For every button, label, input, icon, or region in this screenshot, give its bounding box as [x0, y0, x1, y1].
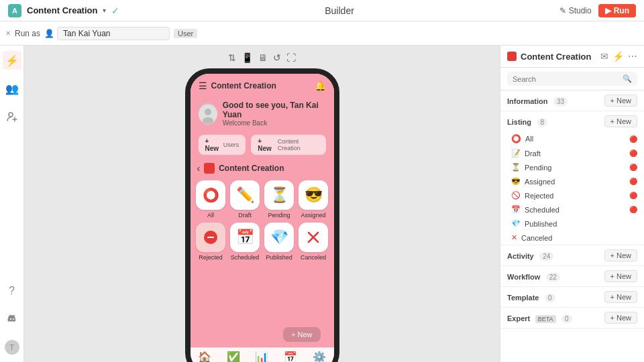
run-as-label: Run as — [15, 29, 40, 38]
hamburger-icon[interactable]: ☰ — [199, 80, 207, 91]
activity-count: 24 — [539, 252, 553, 261]
run-button[interactable]: ▶ Run — [598, 4, 636, 17]
nav-calendar[interactable]: 📅 Calendar — [276, 351, 305, 362]
listing-count: 8 — [537, 118, 548, 127]
workflow-new-button[interactable]: + New — [604, 270, 638, 282]
workflow-section: Workflow 22 + New — [500, 266, 644, 287]
information-title-group: Information 33 — [507, 95, 568, 107]
listing-item-rejected[interactable]: 🚫 Rejected 🔴 — [500, 188, 644, 202]
avatar — [199, 103, 217, 125]
second-bar: ✕ Run as 👤 User — [0, 21, 644, 46]
new-content-creation-button[interactable]: + New Content Creation — [251, 135, 325, 155]
main-area: ⚡ 👥 ? T ⇅ 📱 🖥 ↺ ⛶ — [0, 46, 644, 362]
sidebar-item-help[interactable]: ? — [3, 282, 21, 300]
listing-section: Listing 8 + New ⭕ All 🔴 📝 — [500, 111, 644, 245]
search-input[interactable] — [513, 75, 619, 83]
activity-new-button[interactable]: + New — [604, 249, 638, 261]
icon-canceled[interactable]: Canceled — [299, 223, 329, 261]
greeting-text: Good to see you, Tan Kai Yuan — [223, 101, 326, 119]
listing-item-pending[interactable]: ⏳ Pending 🔴 — [500, 160, 644, 174]
listing-new-button[interactable]: + New — [604, 115, 638, 127]
canceled-status-icon: ✕ — [511, 233, 517, 242]
phone-header: ☰ Content Creation 🔔 — [191, 74, 334, 97]
section-title: Content Creation — [219, 164, 284, 173]
icon-all[interactable]: ⭕ All — [196, 180, 226, 219]
expand-icon[interactable]: ⛶ — [286, 52, 296, 63]
right-panel-header: Content Creation ✉ ⚡ ⋯ — [500, 46, 644, 68]
scheduled-icon-box: 📅 — [230, 223, 260, 252]
bolt-icon[interactable]: ⚡ — [612, 51, 624, 62]
app-logo: A — [8, 4, 21, 17]
icon-pending[interactable]: ⏳ Pending — [264, 180, 294, 219]
studio-button[interactable]: ✎ Studio — [559, 6, 592, 15]
listing-item-draft[interactable]: 📝 Draft 🔴 — [500, 146, 644, 160]
icon-published[interactable]: 💎 Published — [264, 223, 294, 261]
listing-item-published[interactable]: 💎 Published — [500, 217, 644, 231]
icon-assigned[interactable]: 😎 Assigned — [299, 180, 329, 219]
workflow-header: Workflow 22 + New — [500, 266, 644, 286]
listing-item-assigned[interactable]: 😎 Assigned 🔴 — [500, 174, 644, 188]
listing-item-canceled-left: ✕ Canceled — [511, 233, 552, 242]
welcome-text: Welcome Back — [223, 119, 326, 127]
draft-icon-box: ✏️ — [230, 180, 260, 210]
expert-new-button[interactable]: + New — [604, 312, 638, 324]
swap-icon[interactable]: ⇅ — [228, 52, 236, 63]
listing-item-all[interactable]: ⭕ All 🔴 — [500, 131, 644, 146]
phone-header-left: ☰ Content Creation — [199, 80, 276, 91]
calendar-icon: 📅 — [284, 351, 297, 362]
right-panel-title: Content Creation — [507, 52, 591, 62]
studio-icon: ✎ — [559, 6, 566, 15]
phone-new-button[interactable]: + New — [283, 327, 321, 342]
template-title: Template — [507, 294, 539, 302]
icons-grid: ⭕ All ✏️ Draft ⏳ Pending 😎 — [191, 178, 334, 265]
all-label: All — [207, 212, 214, 219]
right-panel: Content Creation ✉ ⚡ ⋯ 🔍 Information — [500, 46, 644, 362]
run-icon: ▶ — [605, 6, 611, 15]
top-bar: A Content Creation ▾ ✓ Builder ✎ Studio … — [0, 0, 644, 21]
icon-scheduled[interactable]: 📅 Scheduled — [230, 223, 260, 261]
expert-header: Expert BETA 0 + New — [500, 308, 644, 328]
email-icon[interactable]: ✉ — [600, 51, 608, 62]
nav-my-task[interactable]: ✅ My Task — [219, 351, 248, 362]
expert-beta-badge: BETA — [535, 315, 556, 323]
user-name-input[interactable] — [57, 27, 170, 40]
close-button[interactable]: ✕ — [5, 29, 11, 37]
listing-item-assigned-left: 😎 Assigned — [511, 177, 555, 186]
task-icon: ✅ — [227, 351, 240, 362]
sidebar-item-person-add[interactable] — [3, 107, 21, 126]
sidebar-item-profile[interactable]: T — [3, 338, 21, 357]
desktop-icon[interactable]: 🖥 — [258, 52, 268, 63]
assigned-status-icon: 😎 — [511, 177, 521, 186]
section-color-icon — [204, 163, 215, 174]
nav-home[interactable]: 🏠 Home — [191, 351, 219, 362]
new-users-button[interactable]: + New Users — [199, 135, 246, 155]
sidebar-item-users[interactable]: 👥 — [3, 79, 21, 98]
nav-dashboard[interactable]: 📊 Dashboard — [248, 351, 276, 362]
activity-title-group: Activity 24 — [507, 249, 553, 261]
icon-draft[interactable]: ✏️ Draft — [230, 180, 260, 219]
activity-title: Activity — [507, 252, 534, 260]
listing-item-scheduled-left: 📅 Scheduled — [511, 205, 559, 214]
draft-label: Draft — [238, 212, 252, 219]
sidebar-item-discord[interactable] — [3, 310, 21, 328]
dashboard-icon: 📊 — [255, 351, 268, 362]
top-bar-left: A Content Creation ▾ ✓ — [8, 4, 119, 17]
sidebar-item-lightning[interactable]: ⚡ — [3, 51, 21, 70]
preview-area: ⇅ 📱 🖥 ↺ ⛶ ☰ Content Creation 🔔 — [24, 46, 500, 362]
search-icon: 🔍 — [623, 74, 632, 83]
more-icon[interactable]: ⋯ — [628, 51, 637, 62]
refresh-icon[interactable]: ↺ — [273, 52, 281, 63]
information-new-button[interactable]: + New — [604, 95, 638, 107]
rejected-icon-box — [196, 223, 225, 252]
template-new-button[interactable]: + New — [604, 291, 638, 303]
search-wrapper: 🔍 — [507, 72, 637, 86]
listing-item-scheduled[interactable]: 📅 Scheduled 🔴 — [500, 202, 644, 217]
expert-section: Expert BETA 0 + New — [500, 308, 644, 328]
icon-rejected[interactable]: Rejected — [196, 223, 226, 261]
nav-qr[interactable]: ⚙️ QR — [305, 351, 334, 362]
mobile-icon[interactable]: 📱 — [241, 52, 253, 63]
listing-item-canceled[interactable]: ✕ Canceled — [500, 231, 644, 245]
bell-icon[interactable]: 🔔 — [315, 80, 326, 91]
back-arrow-icon[interactable]: ‹ — [197, 163, 201, 174]
listing-item-published-left: 💎 Published — [511, 219, 557, 228]
